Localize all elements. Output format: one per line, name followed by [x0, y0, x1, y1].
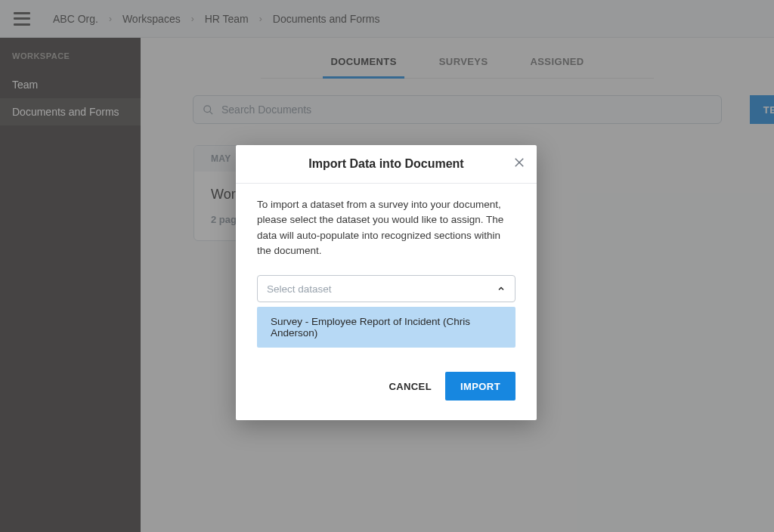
import-button[interactable]: IMPORT [445, 372, 515, 401]
dataset-select[interactable]: Select dataset [257, 275, 515, 302]
dataset-option[interactable]: Survey - Employee Report of Incident (Ch… [257, 307, 515, 348]
cancel-button[interactable]: CANCEL [389, 381, 432, 392]
modal-description: To import a dataset from a survey into y… [257, 197, 515, 258]
select-placeholder: Select dataset [267, 283, 332, 295]
close-icon[interactable] [512, 156, 526, 169]
import-modal: Import Data into Document To import a da… [236, 145, 537, 420]
modal-title: Import Data into Document [308, 157, 463, 171]
chevron-up-icon [497, 284, 506, 293]
